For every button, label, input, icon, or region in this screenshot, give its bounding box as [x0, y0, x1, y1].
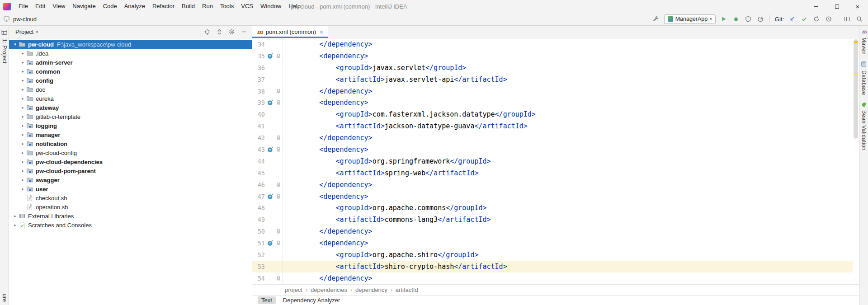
expand-arrow-icon[interactable]: ▸ — [19, 123, 26, 128]
expand-arrow-icon[interactable]: ▸ — [19, 160, 26, 164]
tree-item-config[interactable]: ▸config — [9, 76, 252, 85]
tool-window-button-project[interactable]: 1: Project — [0, 26, 9, 64]
menu-run[interactable]: Run — [198, 0, 217, 13]
coverage-button[interactable] — [744, 15, 752, 23]
run-config-selector[interactable]: ManagerApp ▾ — [664, 14, 716, 24]
code-line-52[interactable]: 52 <groupId>org.apache.shiro</groupId> — [252, 249, 853, 261]
tree-item-eureka[interactable]: ▸eureka — [9, 94, 252, 103]
tree-item-user[interactable]: ▸user — [9, 184, 252, 193]
tool-window-button-bean-validation[interactable]: Bean Validation — [859, 102, 868, 150]
tree-item-pw-cloud[interactable]: ▾pw-cloudF:\java_workspace\pw-cloud — [9, 40, 252, 49]
expand-arrow-icon[interactable]: ▸ — [19, 87, 26, 92]
commit-button[interactable] — [800, 15, 808, 23]
override-gutter-icon[interactable] — [265, 240, 275, 246]
menu-view[interactable]: View — [49, 0, 69, 13]
editor-tab-pom-xml[interactable]: m pom.xml (common) × — [252, 26, 328, 38]
tree-item-operation-sh[interactable]: operation.sh — [9, 202, 252, 211]
tree-item-logging[interactable]: ▸logging — [9, 121, 252, 130]
gear-icon[interactable] — [228, 28, 235, 35]
menu-refactor[interactable]: Refactor — [149, 0, 178, 13]
override-gutter-icon[interactable] — [265, 99, 275, 106]
error-stripe-mark[interactable] — [854, 73, 858, 75]
override-gutter-icon[interactable] — [265, 53, 275, 59]
expand-arrow-icon[interactable]: ▸ — [19, 78, 26, 83]
menu-window[interactable]: Window — [257, 0, 285, 13]
code-line-36[interactable]: 36 <groupId>javax.servlet</groupId> — [252, 62, 853, 74]
menu-analyze[interactable]: Analyze — [121, 0, 149, 13]
maximize-button[interactable] — [826, 0, 847, 13]
expand-arrow-icon[interactable]: ▸ — [19, 51, 26, 56]
bottom-tab-text[interactable]: Text — [258, 296, 276, 304]
code-line-34[interactable]: 34 </dependency> — [252, 38, 853, 50]
error-stripe-mark[interactable] — [854, 41, 858, 43]
code-line-51[interactable]: 51 <dependency> — [252, 237, 853, 249]
override-gutter-icon[interactable] — [265, 146, 275, 153]
tree-item-admin-server[interactable]: ▸admin-server — [9, 58, 252, 67]
menu-file[interactable]: File — [15, 0, 32, 13]
history-button[interactable] — [825, 15, 833, 23]
close-button[interactable]: × — [847, 0, 868, 13]
expand-arrow-icon[interactable]: ▸ — [19, 114, 26, 119]
tree-item-checkout-sh[interactable]: checkout.sh — [9, 193, 252, 202]
tree-item-manager[interactable]: ▸manager — [9, 130, 252, 139]
code-editor[interactable]: 34 </dependency>35 <dependency>36 <group… — [252, 38, 853, 284]
tree-item-pw-cloud-dependencies[interactable]: ▸pw-cloud-dependencies — [9, 157, 252, 166]
tree-item-doc[interactable]: ▸doc — [9, 85, 252, 94]
menu-edit[interactable]: Edit — [32, 0, 49, 13]
tree-item-scratches-and-consoles[interactable]: ▸Scratches and Consoles — [9, 221, 252, 230]
tab-close-icon[interactable]: × — [320, 28, 323, 36]
breadcrumb-dependencies[interactable]: dependencies — [311, 286, 347, 293]
navigation-bar-project[interactable]: pw-cloud — [13, 16, 37, 23]
tree-item-swagger[interactable]: ▸swagger — [9, 175, 252, 184]
expand-arrow-icon[interactable]: ▸ — [12, 214, 19, 218]
code-line-45[interactable]: 45 <artifactId>spring-web</artifactId> — [252, 167, 853, 179]
tree-item-gateway[interactable]: ▸gateway — [9, 103, 252, 112]
update-project-button[interactable] — [788, 15, 796, 23]
minimize-button[interactable] — [806, 0, 826, 13]
breadcrumb-project[interactable]: project — [285, 286, 302, 293]
expand-arrow-icon[interactable]: ▸ — [19, 69, 26, 74]
code-line-37[interactable]: 37 <artifactId>javax.servlet-api</artifa… — [252, 74, 853, 85]
project-view-selector[interactable]: Project ▾ — [15, 28, 38, 35]
scrollbar-thumb[interactable] — [854, 39, 858, 139]
code-line-40[interactable]: 40 <groupId>com.fasterxml.jackson.dataty… — [252, 108, 853, 120]
code-line-41[interactable]: 41 <artifactId>jackson-datatype-guava</a… — [252, 120, 853, 132]
expand-arrow-icon[interactable]: ▸ — [19, 150, 26, 155]
wrench-icon[interactable] — [652, 15, 660, 23]
tree-item-common[interactable]: ▸common — [9, 67, 252, 76]
expand-arrow-icon[interactable]: ▸ — [19, 187, 26, 191]
code-line-48[interactable]: 48 <groupId>org.apache.commons</groupId> — [252, 202, 853, 214]
code-line-42[interactable]: 42 </dependency> — [252, 132, 853, 144]
menu-code[interactable]: Code — [99, 0, 121, 13]
override-gutter-icon[interactable] — [265, 193, 275, 200]
code-line-49[interactable]: 49 <artifactId>commons-lang3</artifactId… — [252, 214, 853, 225]
menu-vcs[interactable]: VCS — [237, 0, 257, 13]
profiler-button[interactable] — [756, 15, 764, 23]
code-line-54[interactable]: 54 </dependency> — [252, 272, 853, 284]
expand-arrow-icon[interactable]: ▸ — [19, 96, 26, 101]
rollback-button[interactable] — [812, 15, 821, 23]
debug-button[interactable] — [732, 15, 740, 23]
expand-arrow-icon[interactable]: ▾ — [12, 42, 19, 47]
code-line-47[interactable]: 47 <dependency> — [252, 191, 853, 202]
tree-item-external-libraries[interactable]: ▸External Libraries — [9, 211, 252, 221]
code-line-39[interactable]: 39 <dependency> — [252, 97, 853, 108]
code-line-50[interactable]: 50 </dependency> — [252, 225, 853, 237]
tool-window-button-maven[interactable]: mMaven — [859, 28, 868, 55]
expand-arrow-icon[interactable]: ▸ — [19, 141, 26, 146]
tree-item-notification[interactable]: ▸notification — [9, 139, 252, 148]
code-line-43[interactable]: 43 <dependency> — [252, 144, 853, 155]
breadcrumb-dependency[interactable]: dependency — [355, 286, 387, 293]
tree-item-pw-cloud-pom-parent[interactable]: ▸pw-cloud-pom-parent — [9, 166, 252, 175]
code-line-35[interactable]: 35 <dependency> — [252, 50, 853, 62]
code-line-46[interactable]: 46 </dependency> — [252, 179, 853, 191]
menu-build[interactable]: Build — [178, 0, 198, 13]
expand-arrow-icon[interactable]: ▸ — [19, 105, 26, 110]
menu-tools[interactable]: Tools — [217, 0, 237, 13]
breadcrumb-artifactid[interactable]: artifactId — [396, 286, 418, 293]
tree-item-gitlab-ci-template[interactable]: ▸gitlab-ci-template — [9, 112, 252, 121]
collapse-all-icon[interactable] — [216, 28, 223, 35]
bottom-tab-dependency-analyzer[interactable]: Dependency Analyzer — [279, 296, 344, 304]
expand-arrow-icon[interactable]: ▸ — [19, 132, 26, 137]
structure-tool-button[interactable]: ure — [0, 294, 9, 302]
